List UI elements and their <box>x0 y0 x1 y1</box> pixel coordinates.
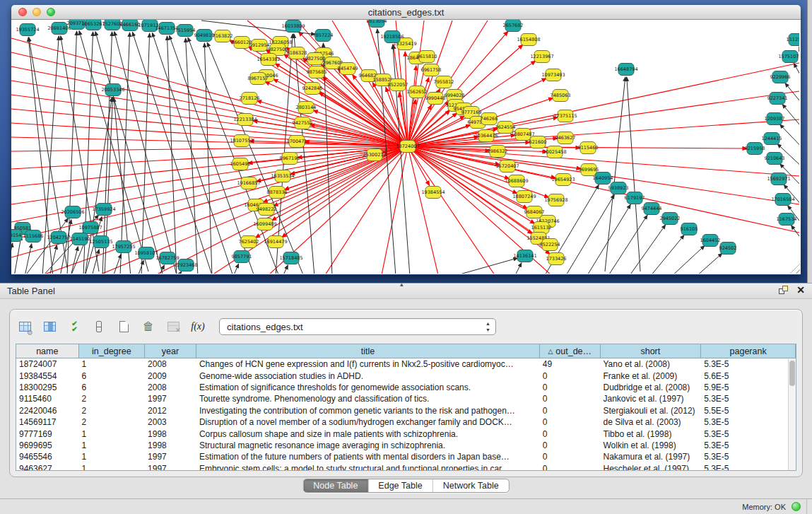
table-row[interactable]: 1830029562008Estimation of significance … <box>16 382 796 393</box>
graph-node[interactable]: 14136141 <box>513 250 536 262</box>
graph-node[interactable]: 9049819 <box>194 30 215 42</box>
graph-node[interactable]: 1733426 <box>546 253 567 265</box>
scrollbar-thumb[interactable] <box>789 361 795 386</box>
graph-node[interactable]: 9242845 <box>302 83 323 95</box>
graph-node[interactable]: 9990448 <box>425 93 446 105</box>
table-row[interactable]: 1872400712008Changes of HCN gene express… <box>16 358 796 370</box>
table-vertical-scrollbar[interactable] <box>788 359 796 470</box>
splitter-collapse-icon[interactable]: ▴ <box>400 281 404 288</box>
graph-node[interactable]: 7955812 <box>434 76 454 88</box>
graph-node[interactable]: 9227341 <box>767 93 788 105</box>
graph-node[interactable]: 16033809 <box>281 21 305 33</box>
function-builder-button[interactable]: f(x) <box>190 319 206 334</box>
graph-node[interactable]: 9498222 <box>257 204 277 216</box>
graph-node[interactable]: 7625402 <box>239 236 259 248</box>
graph-node[interactable]: 6179197 <box>625 192 645 204</box>
graph-node[interactable]: 621600 <box>529 136 547 148</box>
graph-node[interactable]: 8186328 <box>287 47 307 59</box>
graph-node[interactable]: 17016504 <box>771 194 794 206</box>
column-header-title[interactable]: title <box>196 344 540 358</box>
tab-edge-table[interactable]: Edge Table <box>368 479 433 492</box>
close-panel-icon[interactable]: ✕ <box>796 285 805 295</box>
graph-node[interactable]: 10688609 <box>505 175 528 187</box>
close-window-icon[interactable] <box>18 8 27 16</box>
tab-node-table[interactable]: Node Table <box>303 479 368 492</box>
table-row[interactable]: 1456911722003Disruption of a novel membe… <box>16 416 796 428</box>
graph-node[interactable]: 8215958 <box>745 143 765 155</box>
graph-node[interactable]: 7485063 <box>551 90 571 102</box>
table-row[interactable]: 969969511998Structural magnetic resonanc… <box>16 440 796 451</box>
graph-node[interactable]: 7515954 <box>175 25 196 37</box>
graph-node[interactable]: 1115686 <box>23 230 44 243</box>
graph-node[interactable]: 9427552 <box>293 117 313 129</box>
graph-node[interactable]: 20206506 <box>61 206 84 218</box>
graph-node[interactable]: 2718126 <box>240 93 260 105</box>
graph-node[interactable]: 9115460 <box>578 142 599 154</box>
graph-node[interactable]: 19654923 <box>551 174 575 186</box>
graph-node[interactable]: 16648794 <box>614 64 637 76</box>
graph-node[interactable]: 12923468 <box>174 259 197 271</box>
graph-node[interactable]: 15692971 <box>767 173 790 185</box>
graph-node[interactable]: 15751074 <box>778 51 799 63</box>
graph-node[interactable]: 916105 <box>681 223 698 235</box>
graph-node[interactable]: 8813054 <box>367 20 387 28</box>
graph-node[interactable]: 7857224 <box>313 30 334 42</box>
graph-node[interactable]: 12505135 <box>89 236 112 248</box>
graph-node[interactable]: 16154808 <box>517 34 540 46</box>
graph-node[interactable]: 8522057 <box>388 79 408 91</box>
network-canvas[interactable]: 7163822866012859129541822605898275068186… <box>11 20 801 274</box>
column-header-outde[interactable]: △out_de… <box>540 344 601 358</box>
graph-node[interactable]: 18807249 <box>512 191 536 203</box>
graph-node[interactable]: 17957255 <box>112 241 135 253</box>
graph-node[interactable]: 15718485 <box>279 252 302 264</box>
graph-node[interactable]: 5938923 <box>608 182 629 194</box>
graph-node[interactable]: 8454749 <box>338 63 358 75</box>
graph-node[interactable]: 17375115 <box>553 110 577 122</box>
graph-node[interactable]: 9463627 <box>555 132 576 144</box>
graph-node[interactable]: 12213967 <box>530 51 553 63</box>
graph-node[interactable]: 9875685 <box>307 66 327 78</box>
delete-column-button[interactable]: 🗑 <box>141 319 156 334</box>
graph-node[interactable]: 7986322 <box>488 146 508 158</box>
graph-node[interactable]: 6466160 <box>120 20 141 31</box>
graph-node[interactable]: 19166857 <box>237 177 260 189</box>
graph-node[interactable]: 8878334 <box>267 187 288 199</box>
graph-node[interactable]: 9857791 <box>232 251 252 263</box>
graph-node[interactable]: 2657682 <box>503 20 524 32</box>
graph-node[interactable]: 39154 <box>11 230 22 242</box>
column-header-name[interactable]: name <box>16 344 79 358</box>
create-column-button[interactable] <box>116 319 131 334</box>
graph-node[interactable]: 10958107 <box>134 247 158 259</box>
graph-node[interactable]: 1562652 <box>407 86 428 98</box>
table-mode-button[interactable]: ⚙ <box>17 319 33 334</box>
graph-node[interactable]: 8967190 <box>280 153 300 165</box>
graph-node[interactable]: 1167534 <box>777 214 797 226</box>
table-row[interactable]: 2242004622012Investigating the contribut… <box>16 405 796 416</box>
graph-node[interactable]: 6961758 <box>421 64 442 76</box>
graph-node[interactable]: 1615132 <box>531 222 552 234</box>
table-select-dropdown[interactable]: citations_edges.txt ▲▼ <box>219 318 496 335</box>
select-columns-button[interactable]: ✔✔ <box>66 319 82 334</box>
graph-node[interactable]: 1145190 <box>70 233 90 245</box>
column-header-pagerank[interactable]: pagerank <box>701 344 796 358</box>
table-row[interactable]: 1938455462009Genome-wide association stu… <box>16 370 796 381</box>
show-columns-button[interactable] <box>42 319 57 334</box>
graph-node[interactable]: 1700471 <box>287 136 307 148</box>
graph-node[interactable]: 19355724 <box>16 24 39 36</box>
table-row[interactable]: 946554611997Estimation of the future num… <box>16 451 796 462</box>
table-row[interactable]: 911546021997Tourette syndrome. Phenomeno… <box>16 393 796 404</box>
graph-node[interactable]: 1112304 <box>787 34 799 46</box>
zoom-window-icon[interactable] <box>47 8 55 16</box>
column-header-indegree[interactable]: in_degree <box>79 344 145 358</box>
graph-node[interactable]: 1209387 <box>765 113 785 125</box>
graph-node[interactable]: 1640954 <box>593 173 613 185</box>
graph-node[interactable]: 5912954 <box>249 40 270 52</box>
graph-node[interactable]: 8967157 <box>248 73 269 85</box>
table-row[interactable]: 946362711997Embryonic stem cells: a mode… <box>16 463 796 471</box>
graph-node[interactable]: 8522254 <box>540 239 560 251</box>
column-header-year[interactable]: year <box>145 344 196 358</box>
graph-node[interactable]: 9229966 <box>770 71 791 83</box>
graph-node[interactable]: 9210643 <box>765 153 785 165</box>
graph-node[interactable]: 9615810 <box>417 51 437 63</box>
table-row[interactable]: 977716911998Corpus callosum shape and si… <box>16 428 796 439</box>
